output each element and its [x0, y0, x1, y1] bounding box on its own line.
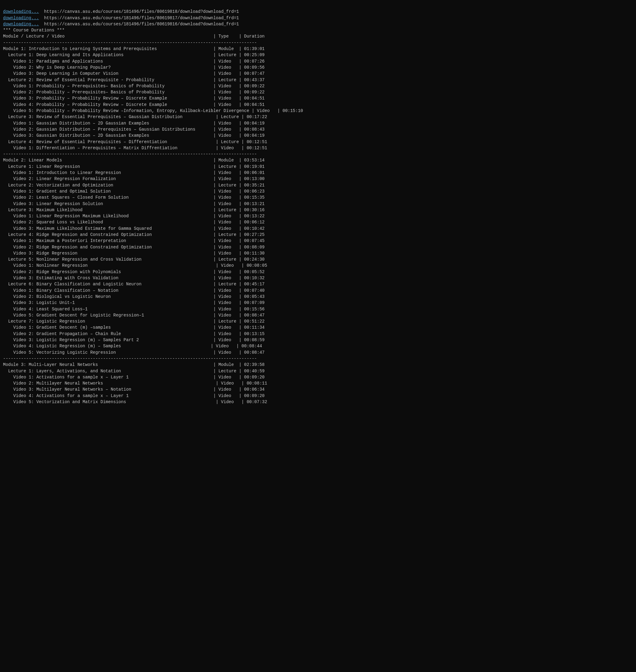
- table-row: Video 5: Probability – Probability Revie…: [3, 108, 633, 114]
- table-row: Video 1: Paradigms and Applications | Vi…: [3, 58, 633, 64]
- table-row: Video 3: Maximum Likelihood Estimate for…: [3, 225, 633, 232]
- table-row: Video 1: Linear Regression Maximum Likel…: [3, 213, 633, 219]
- table-row: Video 4: Activations for a sample x – La…: [3, 393, 633, 399]
- table-row: Video 2: Biological vs Logistic Neuron |…: [3, 294, 633, 300]
- column-header: Module / Lecture / Video | Type | Durati…: [3, 33, 633, 39]
- table-row: Video 2: Least Squares – Closed Form Sol…: [3, 194, 633, 200]
- table-row: Video 5: Vectorization and Matrix Dimens…: [3, 399, 633, 405]
- table-row: Video 4: Least Squared Loss–1 | Video | …: [3, 306, 633, 312]
- table-row: Video 2: Multilayer Neural Networks | Vi…: [3, 380, 633, 387]
- table-row: Module 2: Linear Models | Module | 03:53…: [3, 157, 633, 163]
- section-header: *** Course Durations ***: [3, 27, 633, 33]
- table-row: Video 2: Gaussian Distribution – Prerequ…: [3, 126, 633, 133]
- table-row: Video 3: Deep Learning in Computer Visio…: [3, 71, 633, 77]
- table-row: Lecture 2: Vectorization and Optimizatio…: [3, 182, 633, 188]
- download-prefix: downloading...: [3, 16, 39, 20]
- table-row: Video 1: Gradient and Optimal Solution |…: [3, 188, 633, 194]
- download-prefix: downloading...: [3, 22, 39, 26]
- table-row: Video 1: Differentiation – Prerequisites…: [3, 145, 633, 151]
- table-row: Video 2: Probability – Prerequisites– Ba…: [3, 89, 633, 95]
- table-row: Lecture 6: Binary Classification and Log…: [3, 281, 633, 287]
- table-row: Video 3: Multilayer Neural Networks – No…: [3, 387, 633, 393]
- table-row: ----------------------------------------…: [3, 356, 633, 362]
- download-url: https://canvas.asu.edu/courses/181496/fi…: [44, 9, 239, 14]
- download-prefix: downloading...: [3, 9, 39, 14]
- table-row: Video 4: Probability – Probability Revie…: [3, 102, 633, 108]
- download-url: https://canvas.asu.edu/courses/181496/fi…: [44, 22, 239, 26]
- terminal-window: downloading... https://canvas.asu.edu/co…: [3, 2, 633, 405]
- table-row: Video 2: Ridge Regression and Constraine…: [3, 244, 633, 250]
- table-row: Lecture 4: Ridge Regression and Constrai…: [3, 232, 633, 238]
- table-row: Module 3: Multi–Layer Neural Networks | …: [3, 362, 633, 368]
- table-row: Lecture 1: Deep Learning and Its Applica…: [3, 52, 633, 58]
- table-row: ----------------------------------------…: [3, 151, 633, 157]
- table-row: Lecture 1: Layers, Activations, and Nota…: [3, 368, 633, 374]
- table-row: Video 1: Gaussian Distribution – 2D Gaus…: [3, 120, 633, 126]
- download-line: downloading... https://canvas.asu.edu/co…: [3, 8, 633, 15]
- table-row: Lecture 2: Review of Essential Prerequis…: [3, 77, 633, 83]
- table-row: Video 2: Gradient Propagation – Chain Ru…: [3, 331, 633, 337]
- table-row: Lecture 4: Review of Essential Prerequis…: [3, 139, 633, 145]
- table-row: Video 2: Squared Loss vs Likelihood | Vi…: [3, 219, 633, 225]
- table-row: Lecture 5: Nonlinear Regression and Cros…: [3, 256, 633, 262]
- table-row: Video 3: Linear Regression Solution | Vi…: [3, 201, 633, 207]
- table-row: Video 4: Logistic Regression (m) – Sampl…: [3, 343, 633, 349]
- table-row: Video 3: Gaussian Distribution – 2D Gaus…: [3, 133, 633, 139]
- table-row: Video 3: Estimating with Cross Validatio…: [3, 275, 633, 281]
- table-row: Video 1: Gradient Descent (m) –samples |…: [3, 324, 633, 331]
- table-row: Lecture 3: Review of Essential Prerequis…: [3, 114, 633, 120]
- table-row: Lecture 7: Logistic Regression | Lecture…: [3, 318, 633, 324]
- table-row: Video 1: Maximum a Posteriori Interpreta…: [3, 238, 633, 244]
- table-row: Video 2: Why is Deep Learning Popular? |…: [3, 64, 633, 71]
- table-row: Video 3: Ridge Regression | Video | 00:1…: [3, 250, 633, 256]
- table-row: Video 1: Activations for a sample x – La…: [3, 374, 633, 380]
- table-row: Video 3: Probability – Probability Revie…: [3, 95, 633, 101]
- table-row: Module 1: Introduction to Learning Syste…: [3, 46, 633, 52]
- table-row: Lecture 1: Linear Regression | Lecture |…: [3, 163, 633, 170]
- table-row: Video 5: Vectorizing Logistic Regression…: [3, 350, 633, 356]
- separator: ----------------------------------------…: [3, 40, 633, 46]
- table-row: Lecture 3: Maximum Likelihood | Lecture …: [3, 207, 633, 213]
- table-row: Video 2: Linear Regression Formalization…: [3, 176, 633, 182]
- download-url: https://canvas.asu.edu/courses/181496/fi…: [44, 16, 239, 20]
- table-row: Video 1: Binary Classification – Notatio…: [3, 288, 633, 294]
- download-line: downloading... https://canvas.asu.edu/co…: [3, 15, 633, 21]
- table-row: Video 5: Gradient Descent for Logistic R…: [3, 312, 633, 318]
- table-row: Video 3: Logistic Regression (m) – Sampl…: [3, 337, 633, 343]
- table-row: Video 1: Probability – Prerequisites– Ba…: [3, 83, 633, 89]
- table-row: Video 1: Nonlinear Regression | Video | …: [3, 262, 633, 269]
- download-line: downloading... https://canvas.asu.edu/co…: [3, 21, 633, 27]
- table-row: Video 2: Ridge Regression with Polynomia…: [3, 269, 633, 275]
- table-row: Video 1: Introduction to Linear Regressi…: [3, 170, 633, 176]
- table-row: Video 3: Logistic Unit–1 | Video | 00:07…: [3, 300, 633, 306]
